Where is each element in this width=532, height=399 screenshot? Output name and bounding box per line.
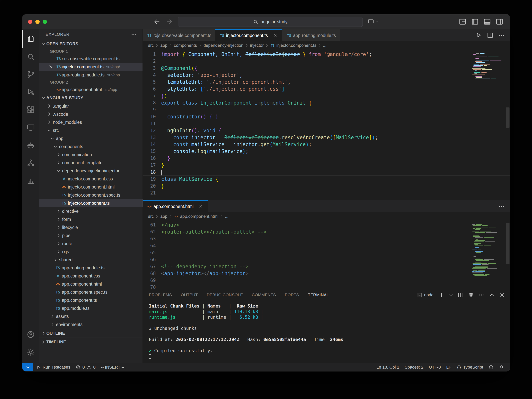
tree-file[interactable]: <>app.component.html: [39, 280, 143, 288]
tree-file[interactable]: #injector.component.css: [39, 175, 143, 183]
customize-layout-icon[interactable]: [459, 18, 467, 26]
tree-folder[interactable]: component-template: [39, 159, 143, 167]
code-editor-primary[interactable]: 1import { Component, OnInit, ReflectiveI…: [143, 50, 510, 200]
open-editor-item[interactable]: TSinjector.component.tssrc/app/...: [39, 63, 143, 71]
terminal-profile-dropdown-icon[interactable]: [449, 293, 454, 298]
activity-remote-explorer[interactable]: [22, 119, 39, 136]
scrollbar[interactable]: [506, 107, 509, 128]
tree-folder[interactable]: .angular: [39, 102, 143, 110]
maximize-panel-button[interactable]: [488, 292, 495, 298]
tree-folder[interactable]: environments: [39, 321, 143, 328]
panel-tab[interactable]: PORTS: [285, 289, 299, 301]
terminal-more-actions-icon[interactable]: [478, 292, 485, 298]
toggle-panel-icon[interactable]: [483, 18, 491, 26]
activity-account[interactable]: [22, 326, 39, 343]
tree-folder[interactable]: communication: [39, 150, 143, 159]
editor-tab[interactable]: <>app.component.html: [143, 200, 208, 212]
tree-folder[interactable]: shared: [39, 256, 143, 264]
command-center-search[interactable]: angular-study: [178, 17, 363, 27]
kill-terminal-button[interactable]: [468, 292, 474, 298]
close-window-button[interactable]: [28, 20, 32, 24]
feedback-button[interactable]: [486, 363, 496, 371]
activity-search[interactable]: [22, 48, 39, 65]
code-editor-secondary[interactable]: 61</nav>62<router-outlet></router-outlet…: [143, 221, 510, 289]
remote-window-menu[interactable]: [367, 18, 379, 25]
tree-folder[interactable]: node_modules: [39, 118, 143, 126]
tree-folder[interactable]: assets: [39, 312, 143, 321]
breadcrumb-item[interactable]: app: [160, 43, 167, 48]
notifications-button[interactable]: [496, 363, 507, 371]
tree-folder[interactable]: app: [39, 134, 143, 143]
activity-org-chart[interactable]: [22, 154, 39, 172]
tree-folder[interactable]: dependency-injection/injector: [39, 167, 143, 175]
navigate-back-icon[interactable]: [153, 18, 161, 26]
panel-tab[interactable]: OUTPUT: [181, 289, 198, 301]
activity-run-debug[interactable]: [22, 83, 39, 101]
activity-docker[interactable]: [22, 136, 39, 154]
breadcrumb-item[interactable]: injector: [250, 43, 264, 48]
breadcrumb-item[interactable]: <>app.component.html: [174, 214, 218, 219]
run-file-button[interactable]: [475, 32, 482, 39]
activity-settings-gear[interactable]: [22, 343, 39, 361]
panel-tab[interactable]: PROBLEMS: [149, 289, 172, 301]
panel-tab[interactable]: DEBUG CONSOLE: [207, 289, 243, 301]
activity-source-control[interactable]: [22, 65, 39, 83]
panel-tab[interactable]: COMMENTS: [252, 289, 276, 301]
navigate-forward-icon[interactable]: [165, 18, 173, 26]
scrollbar[interactable]: [506, 223, 509, 264]
breadcrumb-item[interactable]: src: [148, 214, 154, 219]
language-status[interactable]: {} TypeScript: [454, 363, 486, 371]
terminal-output[interactable]: Initial Chunk Files | Names | Raw Sizema…: [143, 301, 510, 363]
split-editor-button[interactable]: [487, 32, 494, 39]
tree-file[interactable]: TSapp.component.ts: [39, 296, 143, 304]
open-editors-header[interactable]: OPEN EDITORS: [39, 40, 143, 48]
open-editor-item[interactable]: <>app.component.htmlsrc/app: [39, 85, 143, 94]
sidebar-more-actions-icon[interactable]: [131, 31, 137, 38]
minimize-window-button[interactable]: [35, 20, 40, 24]
tree-file[interactable]: TSapp-routing.module.ts: [39, 264, 143, 272]
open-editor-item[interactable]: TSrxjs-observable.component.ts...: [39, 55, 143, 63]
project-root-header[interactable]: ANGULAR-STUDY: [39, 94, 143, 102]
run-testcases-button[interactable]: Run Testcases: [33, 363, 73, 371]
tree-folder[interactable]: .vscode: [39, 110, 143, 118]
indentation-status[interactable]: Spaces: 2: [402, 363, 426, 371]
editor-tab[interactable]: TSinjector.component.ts: [215, 29, 282, 41]
close-tab-icon[interactable]: [272, 32, 278, 39]
encoding-status[interactable]: UTF-8: [426, 363, 443, 371]
toggle-primary-sidebar-icon[interactable]: [471, 18, 479, 26]
activity-bar-chart[interactable]: [22, 172, 39, 190]
activity-extensions[interactable]: [22, 101, 39, 119]
tree-folder[interactable]: directive: [39, 207, 143, 215]
tree-file[interactable]: <>injector.component.html: [39, 183, 143, 191]
tree-file[interactable]: TSinjector.component.spec.ts: [39, 191, 143, 199]
open-editor-item[interactable]: TSapp-routing.module.tssrc/app: [39, 71, 143, 79]
eol-status[interactable]: LF: [443, 363, 454, 371]
tree-folder[interactable]: components: [39, 143, 143, 150]
problems-status[interactable]: 0 0: [73, 363, 98, 371]
outline-section[interactable]: OUTLINE: [39, 329, 143, 338]
close-editor-icon[interactable]: [48, 64, 56, 70]
minimap[interactable]: [472, 52, 504, 80]
editor-more-actions-icon[interactable]: [498, 203, 505, 210]
tree-file[interactable]: TSapp.component.spec.ts: [39, 288, 143, 296]
toggle-secondary-sidebar-icon[interactable]: [495, 18, 504, 26]
breadcrumb-item[interactable]: app: [160, 214, 167, 219]
editor-more-actions-icon[interactable]: [498, 32, 505, 39]
new-terminal-button[interactable]: [438, 292, 445, 298]
tree-file[interactable]: #app.component.css: [39, 272, 143, 280]
terminal-profile[interactable]: node: [416, 292, 434, 298]
editor-tab[interactable]: TSapp-routing.module.ts: [282, 29, 340, 41]
tree-folder[interactable]: route: [39, 240, 143, 248]
breadcrumb-item[interactable]: components: [174, 43, 197, 48]
cursor-position-status[interactable]: Ln 18, Col 1: [374, 363, 402, 371]
tree-folder[interactable]: src: [39, 126, 143, 134]
remote-indicator[interactable]: ><: [22, 363, 33, 371]
breadcrumb-item[interactable]: dependency-injection: [203, 43, 243, 48]
minimap[interactable]: [472, 222, 504, 276]
tree-file[interactable]: TSinjector.component.ts: [39, 199, 143, 207]
close-tab-icon[interactable]: [198, 203, 204, 209]
tree-folder[interactable]: form: [39, 215, 143, 223]
timeline-section[interactable]: TIMELINE: [39, 338, 143, 346]
breadcrumb-item[interactable]: ...: [225, 214, 228, 219]
tree-folder[interactable]: lifecycle: [39, 223, 143, 231]
